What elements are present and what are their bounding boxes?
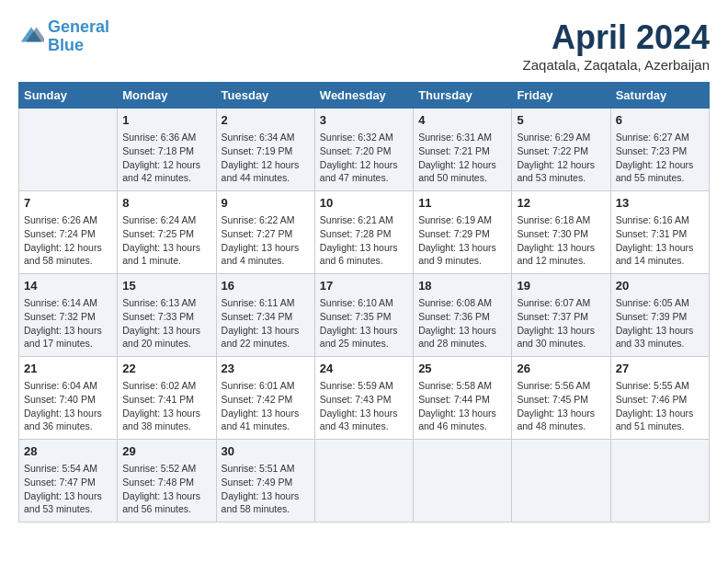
calendar-header-row: SundayMondayTuesdayWednesdayThursdayFrid… — [19, 83, 710, 109]
week-row-5: 28Sunrise: 5:54 AM Sunset: 7:47 PM Dayli… — [19, 440, 710, 523]
day-number: 20 — [616, 278, 704, 294]
header-sunday: Sunday — [19, 83, 118, 109]
day-info: Sunrise: 5:54 AM Sunset: 7:47 PM Dayligh… — [24, 462, 112, 516]
title-block: April 2024 Zaqatala, Zaqatala, Azerbaija… — [523, 18, 710, 73]
day-cell: 16Sunrise: 6:11 AM Sunset: 7:34 PM Dayli… — [216, 274, 314, 357]
day-info: Sunrise: 6:29 AM Sunset: 7:22 PM Dayligh… — [517, 131, 605, 185]
day-number: 22 — [122, 361, 210, 377]
logo-icon — [18, 24, 44, 50]
header-saturday: Saturday — [610, 83, 709, 109]
location-subtitle: Zaqatala, Zaqatala, Azerbaijan — [523, 57, 710, 73]
day-info: Sunrise: 6:08 AM Sunset: 7:36 PM Dayligh… — [418, 296, 506, 350]
day-number: 25 — [418, 361, 506, 377]
day-number: 6 — [616, 112, 704, 129]
day-number: 8 — [122, 195, 210, 212]
day-cell: 12Sunrise: 6:18 AM Sunset: 7:30 PM Dayli… — [512, 191, 610, 274]
day-cell: 22Sunrise: 6:02 AM Sunset: 7:41 PM Dayli… — [118, 357, 216, 440]
day-info: Sunrise: 5:59 AM Sunset: 7:43 PM Dayligh… — [320, 379, 408, 433]
logo-general: General — [48, 17, 109, 36]
day-cell — [19, 109, 118, 191]
day-number: 10 — [320, 195, 408, 212]
day-number: 21 — [24, 361, 112, 377]
day-cell: 3Sunrise: 6:32 AM Sunset: 7:20 PM Daylig… — [314, 109, 413, 191]
day-number: 3 — [320, 112, 408, 129]
week-row-1: 1Sunrise: 6:36 AM Sunset: 7:18 PM Daylig… — [19, 109, 710, 191]
day-info: Sunrise: 6:22 AM Sunset: 7:27 PM Dayligh… — [222, 213, 310, 268]
day-cell: 20Sunrise: 6:05 AM Sunset: 7:39 PM Dayli… — [610, 274, 709, 357]
day-number: 11 — [418, 195, 506, 212]
day-number: 4 — [418, 112, 506, 129]
calendar-table: SundayMondayTuesdayWednesdayThursdayFrid… — [18, 82, 710, 523]
day-cell: 23Sunrise: 6:01 AM Sunset: 7:42 PM Dayli… — [216, 357, 314, 440]
day-number: 16 — [222, 278, 310, 294]
day-cell: 30Sunrise: 5:51 AM Sunset: 7:49 PM Dayli… — [216, 440, 314, 523]
day-cell: 21Sunrise: 6:04 AM Sunset: 7:40 PM Dayli… — [19, 357, 118, 440]
day-info: Sunrise: 6:19 AM Sunset: 7:29 PM Dayligh… — [418, 213, 506, 268]
page-header: General Blue April 2024 Zaqatala, Zaqata… — [18, 18, 710, 73]
day-cell: 1Sunrise: 6:36 AM Sunset: 7:18 PM Daylig… — [118, 109, 216, 191]
day-info: Sunrise: 5:52 AM Sunset: 7:48 PM Dayligh… — [122, 462, 210, 516]
day-info: Sunrise: 6:10 AM Sunset: 7:35 PM Dayligh… — [320, 296, 408, 350]
day-info: Sunrise: 6:36 AM Sunset: 7:18 PM Dayligh… — [122, 131, 210, 185]
day-number: 12 — [517, 195, 605, 212]
day-cell: 26Sunrise: 5:56 AM Sunset: 7:45 PM Dayli… — [512, 357, 610, 440]
header-tuesday: Tuesday — [216, 83, 314, 109]
week-row-3: 14Sunrise: 6:14 AM Sunset: 7:32 PM Dayli… — [19, 274, 710, 357]
day-info: Sunrise: 6:04 AM Sunset: 7:40 PM Dayligh… — [24, 379, 112, 433]
month-title: April 2024 — [523, 18, 710, 57]
day-info: Sunrise: 6:01 AM Sunset: 7:42 PM Dayligh… — [222, 379, 310, 433]
day-number: 13 — [616, 195, 704, 212]
day-info: Sunrise: 5:58 AM Sunset: 7:44 PM Dayligh… — [418, 379, 506, 433]
day-number: 2 — [222, 112, 310, 129]
day-info: Sunrise: 6:18 AM Sunset: 7:30 PM Dayligh… — [517, 213, 605, 268]
day-number: 18 — [418, 278, 506, 294]
day-info: Sunrise: 6:02 AM Sunset: 7:41 PM Dayligh… — [122, 379, 210, 433]
day-info: Sunrise: 6:34 AM Sunset: 7:19 PM Dayligh… — [222, 131, 310, 185]
day-cell: 19Sunrise: 6:07 AM Sunset: 7:37 PM Dayli… — [512, 274, 610, 357]
day-info: Sunrise: 6:05 AM Sunset: 7:39 PM Dayligh… — [616, 296, 704, 350]
day-info: Sunrise: 6:27 AM Sunset: 7:23 PM Dayligh… — [616, 131, 704, 185]
day-info: Sunrise: 5:55 AM Sunset: 7:46 PM Dayligh… — [616, 379, 704, 433]
day-info: Sunrise: 6:16 AM Sunset: 7:31 PM Dayligh… — [616, 213, 704, 268]
day-number: 17 — [320, 278, 408, 294]
day-number: 19 — [517, 278, 605, 294]
day-cell: 8Sunrise: 6:24 AM Sunset: 7:25 PM Daylig… — [118, 191, 216, 274]
day-number: 29 — [122, 443, 210, 460]
day-cell: 13Sunrise: 6:16 AM Sunset: 7:31 PM Dayli… — [610, 191, 709, 274]
day-info: Sunrise: 6:31 AM Sunset: 7:21 PM Dayligh… — [418, 131, 506, 185]
day-cell: 11Sunrise: 6:19 AM Sunset: 7:29 PM Dayli… — [414, 191, 512, 274]
day-number: 24 — [320, 361, 408, 377]
header-thursday: Thursday — [414, 83, 512, 109]
day-info: Sunrise: 6:07 AM Sunset: 7:37 PM Dayligh… — [517, 296, 605, 350]
day-cell — [610, 440, 709, 523]
day-cell — [414, 440, 512, 523]
day-info: Sunrise: 6:11 AM Sunset: 7:34 PM Dayligh… — [222, 296, 310, 350]
day-cell: 2Sunrise: 6:34 AM Sunset: 7:19 PM Daylig… — [216, 109, 314, 191]
day-number: 15 — [122, 278, 210, 294]
week-row-4: 21Sunrise: 6:04 AM Sunset: 7:40 PM Dayli… — [19, 357, 710, 440]
day-cell: 7Sunrise: 6:26 AM Sunset: 7:24 PM Daylig… — [19, 191, 118, 274]
day-cell: 4Sunrise: 6:31 AM Sunset: 7:21 PM Daylig… — [414, 109, 512, 191]
week-row-2: 7Sunrise: 6:26 AM Sunset: 7:24 PM Daylig… — [19, 191, 710, 274]
day-number: 9 — [222, 195, 310, 212]
day-info: Sunrise: 6:24 AM Sunset: 7:25 PM Dayligh… — [122, 213, 210, 268]
day-cell: 17Sunrise: 6:10 AM Sunset: 7:35 PM Dayli… — [314, 274, 413, 357]
header-monday: Monday — [118, 83, 216, 109]
day-number: 14 — [24, 278, 112, 294]
day-cell: 15Sunrise: 6:13 AM Sunset: 7:33 PM Dayli… — [118, 274, 216, 357]
day-cell: 9Sunrise: 6:22 AM Sunset: 7:27 PM Daylig… — [216, 191, 314, 274]
day-info: Sunrise: 6:26 AM Sunset: 7:24 PM Dayligh… — [24, 213, 112, 268]
day-cell — [512, 440, 610, 523]
day-info: Sunrise: 6:32 AM Sunset: 7:20 PM Dayligh… — [320, 131, 408, 185]
day-cell: 14Sunrise: 6:14 AM Sunset: 7:32 PM Dayli… — [19, 274, 118, 357]
logo-text: General Blue — [48, 18, 109, 55]
logo-blue: Blue — [48, 36, 84, 54]
day-cell: 27Sunrise: 5:55 AM Sunset: 7:46 PM Dayli… — [610, 357, 709, 440]
day-cell: 24Sunrise: 5:59 AM Sunset: 7:43 PM Dayli… — [314, 357, 413, 440]
day-cell: 5Sunrise: 6:29 AM Sunset: 7:22 PM Daylig… — [512, 109, 610, 191]
day-cell: 25Sunrise: 5:58 AM Sunset: 7:44 PM Dayli… — [414, 357, 512, 440]
header-friday: Friday — [512, 83, 610, 109]
day-info: Sunrise: 5:56 AM Sunset: 7:45 PM Dayligh… — [517, 379, 605, 433]
logo: General Blue — [18, 18, 109, 55]
day-number: 1 — [122, 112, 210, 129]
